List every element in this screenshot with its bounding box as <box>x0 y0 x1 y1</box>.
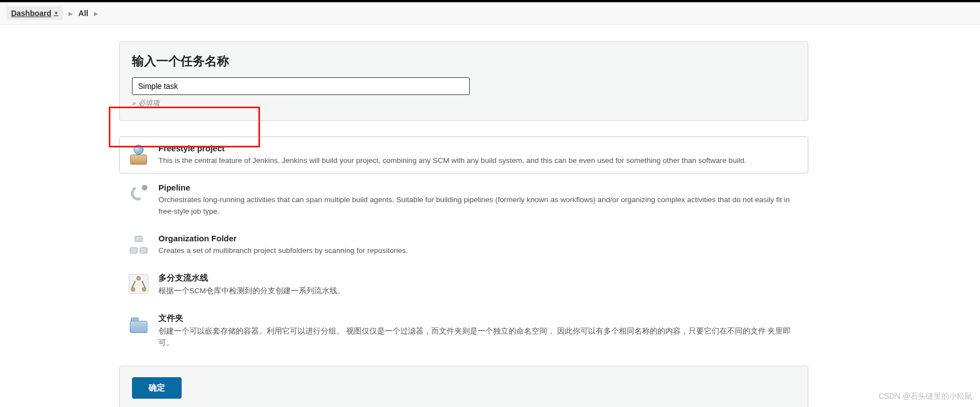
chevron-right-icon: ▶ <box>68 10 73 17</box>
option-multibranch-pipeline[interactable]: 多分支流水线 根据一个SCM仓库中检测到的分支创建一系列流水线。 <box>119 266 808 304</box>
form-title: 输入一个任务名称 <box>132 53 796 70</box>
option-title: Pipeline <box>158 183 800 192</box>
option-body: Pipeline Orchestrates long-running activ… <box>158 183 800 217</box>
org-folder-icon <box>128 234 150 256</box>
option-desc: This is the central feature of Jenkins. … <box>158 155 800 166</box>
option-title: Freestyle project <box>158 144 800 153</box>
option-title: Organization Folder <box>158 234 800 243</box>
folder-icon <box>128 313 150 335</box>
option-body: Freestyle project This is the central fe… <box>158 144 800 166</box>
option-title: 文件夹 <box>158 313 800 324</box>
option-body: 多分支流水线 根据一个SCM仓库中检测到的分支创建一系列流水线。 <box>158 273 800 297</box>
option-folder[interactable]: 文件夹 创建一个可以嵌套存储的容器。利用它可以进行分组。 视图仅仅是一个过滤器，… <box>119 306 808 356</box>
option-body: 文件夹 创建一个可以嵌套存储的容器。利用它可以进行分组。 视图仅仅是一个过滤器，… <box>158 313 800 348</box>
option-freestyle-project[interactable]: Freestyle project This is the central fe… <box>119 136 808 173</box>
breadcrumb-all[interactable]: All <box>78 9 88 18</box>
multibranch-icon <box>128 273 150 295</box>
freestyle-icon <box>128 144 150 166</box>
chevron-right-icon: ▶ <box>94 10 98 17</box>
option-desc: 根据一个SCM仓库中检测到的分支创建一系列流水线。 <box>158 286 800 297</box>
option-desc: Orchestrates long-running activities tha… <box>158 194 800 217</box>
breadcrumb-dashboard[interactable]: Dashboard ▼ <box>7 7 63 20</box>
required-hint: » 必填项 <box>132 98 796 108</box>
option-desc: 创建一个可以嵌套存储的容器。利用它可以进行分组。 视图仅仅是一个过滤器，而文件夹… <box>158 326 800 348</box>
caret-down-icon: ▼ <box>54 10 59 16</box>
item-name-input[interactable] <box>132 77 470 95</box>
watermark: CSDN @石头缝里的小松鼠 <box>878 392 972 401</box>
option-desc: Creates a set of multibranch project sub… <box>158 245 800 256</box>
option-pipeline[interactable]: Pipeline Orchestrates long-running activ… <box>119 176 808 224</box>
breadcrumb-dashboard-label: Dashboard <box>11 9 51 18</box>
option-organization-folder[interactable]: Organization Folder Creates a set of mul… <box>119 226 808 263</box>
name-form-panel: 输入一个任务名称 » 必填项 <box>119 41 808 121</box>
ok-button[interactable]: 确定 <box>132 377 182 399</box>
breadcrumb-all-label: All <box>78 9 88 18</box>
main-content: 输入一个任务名称 » 必填项 Freestyle project This is… <box>0 25 850 407</box>
pipeline-icon <box>128 183 150 205</box>
footer-panel: 确定 <box>119 366 808 407</box>
item-type-options: Freestyle project This is the central fe… <box>119 136 808 356</box>
option-title: 多分支流水线 <box>158 273 800 283</box>
option-body: Organization Folder Creates a set of mul… <box>158 234 800 256</box>
breadcrumb: Dashboard ▼ ▶ All ▶ <box>0 2 980 25</box>
